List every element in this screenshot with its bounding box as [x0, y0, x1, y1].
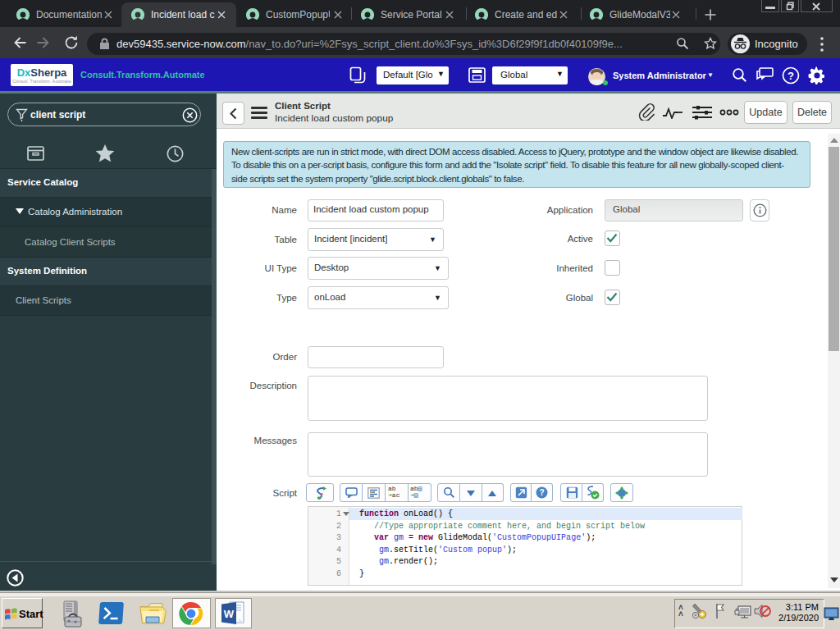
- svg-text:?: ?: [539, 488, 544, 497]
- svg-text:?: ?: [788, 70, 794, 82]
- svg-text:W: W: [224, 608, 235, 620]
